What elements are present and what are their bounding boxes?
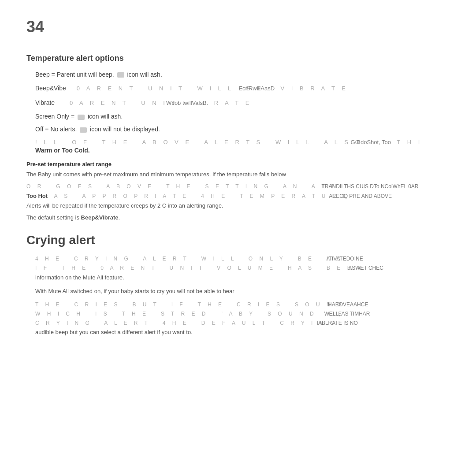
screenonly-equals: =: [71, 113, 76, 120]
crying-info-body: information on the Mute All feature.: [35, 273, 450, 283]
crying-mute-spaced3: C R Y I N G A L E R T 4 H E D E F A U L …: [35, 320, 337, 326]
beepvibe-overlay: EcnRwillAasD: [238, 85, 275, 92]
crying-spaced-row1: 4 H E C R Y I N G A L E R T W I L L O N …: [35, 254, 450, 262]
off-suffix: icon will not be displayed.: [90, 126, 160, 133]
preset-default-suffix: .: [119, 214, 120, 221]
preset-title: Pre-set temperature alert range: [26, 161, 450, 167]
off-text: = No alerts.: [45, 126, 78, 133]
also-spaced: ! L L O F T H E A B O V E A L E R T S W …: [35, 139, 362, 145]
crying-section: Crying alert 4 H E C R Y I N G A L E R T…: [26, 233, 450, 337]
crying-title: Crying alert: [26, 233, 450, 247]
screenonly-suffix: icon will ash.: [88, 113, 123, 120]
beepvibe-end: V I B R A T E: [276, 85, 348, 92]
preset-section: Pre-set temperature alert range The Baby…: [26, 161, 450, 222]
preset-hot-overlay: AEEOQ PRE AND ABOVE: [329, 193, 392, 199]
screenonly-label: Screen Only: [35, 113, 69, 120]
temperature-title: Temperature alert options: [26, 54, 450, 63]
preset-body1: The Baby unit comes with pre-set maximum…: [26, 170, 450, 179]
also-row: ! L L O F T H E A B O V E A L E R T S W …: [35, 138, 450, 147]
crying-content: 4 H E C R Y I N G A L E R T W I L L O N …: [35, 254, 450, 337]
crying-mute-row1: T H E C R I E S B U T I F T H E C R I E …: [35, 300, 450, 308]
beep-option: Beep = Parent unit will beep. icon will …: [35, 70, 450, 79]
vibrate-label: Vibrate: [35, 99, 55, 106]
off-option: Off = No alerts. icon will not be displa…: [35, 125, 450, 134]
preset-body2: Alerts will be repeated if the temperatu…: [26, 201, 450, 211]
preset-hot-spaced: A S A P P R O P R I A T E 4 H E T E M P …: [54, 193, 349, 199]
beepvibe-option: Beep&Vibe 0 A R E N T U N I T W I L L B …: [35, 83, 450, 94]
preset-hot-row: Too Hot A S A P P R O P R I A T E 4 H E …: [26, 192, 450, 200]
crying-mute-overlay3: IABLRATE IS NO: [317, 320, 358, 326]
crying-mute-spaced1: T H E C R I E S B U T I F T H E C R I E …: [35, 301, 344, 308]
temperature-section: Temperature alert options Beep = Parent …: [26, 54, 450, 223]
bell-icon: [117, 72, 124, 78]
crying-spaced-row2: I F T H E 0 A R E N T U N I T V O L U M …: [35, 264, 450, 271]
warm-cold: Warm or Too Cold.: [35, 147, 450, 154]
crying-final-body: audible beep but you can select a differ…: [35, 328, 450, 337]
preset-body3: The default setting is Beep&Vibrate.: [26, 213, 450, 223]
preset-spaced-row: O R G O E S A B O V E T H E S E T T I N …: [26, 182, 450, 190]
beepvibe-spaced: 0 A R E N T U N I T W I L L B E: [77, 85, 264, 92]
preset-spaced1: O R G O E S A B O V E T H E S E T T I N …: [26, 183, 337, 190]
crying-overlay1: ITIVATEDOINE: [327, 256, 363, 262]
screenonly-option: Screen Only = icon will ash.: [35, 112, 450, 121]
off-icon: [80, 127, 87, 133]
also-end: T H I: [393, 139, 422, 145]
preset-overlay1: TRANDILTHS CUIS DTo NColWhEL 0AR: [321, 183, 418, 190]
crying-mute-body: With Mute All switched on, if your baby …: [35, 287, 450, 296]
also-overlay: G BdoShot, Too: [351, 139, 391, 145]
off-label: Off: [35, 126, 43, 133]
crying-mute-overlay1: HABOVEAAHCE: [328, 301, 368, 308]
screen-icon: [78, 115, 85, 120]
crying-spaced1: 4 H E C R Y I N G A L E R T W I L L O N …: [35, 256, 343, 262]
vibrate-spaced: 0 A R E N T U N I T: [70, 100, 178, 106]
crying-mute-overlay2: WELL, AS TIMHAR: [324, 311, 370, 317]
vibrate-end: R A T E: [210, 100, 252, 106]
beep-suffix: icon will ash.: [127, 71, 162, 78]
crying-mute-row3: C R Y I N G A L E R T 4 H E D E F A U L …: [35, 319, 450, 327]
vibrate-option: Vibrate 0 A R E N T U N I T Wcob twillVa…: [35, 97, 450, 108]
preset-default-bold: Beep&Vibrate: [81, 214, 119, 221]
crying-spaced2: I F T H E 0 A R E N T U N I T V O L U M …: [35, 265, 364, 271]
vibrate-overlay: Wcob twillValsB.: [166, 100, 208, 106]
beep-label: Beep: [35, 71, 50, 78]
crying-mute-spaced2: W H I C H I S T H E S T R E D " A B Y S …: [35, 311, 344, 317]
beepvibe-label: Beep&Vibe: [35, 85, 66, 92]
crying-mute-row2: W H I C H I S T H E S T R E D " A B Y S …: [35, 309, 450, 317]
page-number: 34: [26, 18, 450, 36]
beep-text: = Parent unit will beep.: [52, 71, 116, 78]
preset-hot-label: Too Hot: [26, 193, 48, 199]
crying-overlay2: ASWET CHEC: [348, 265, 383, 271]
preset-default-prefix: The default setting is: [26, 214, 81, 221]
